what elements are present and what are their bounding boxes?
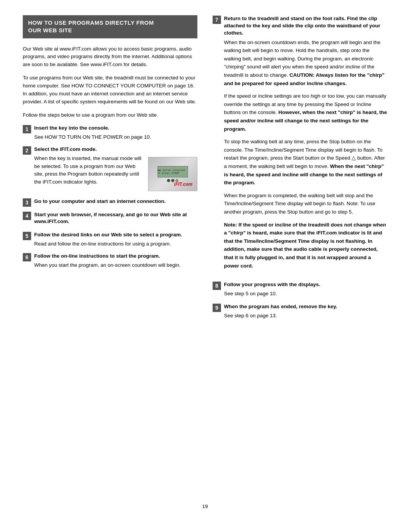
step-6-content: Follow the on-line instructions to start… [34,253,197,269]
step-2-with-image: When the key is inserted, the manual mod… [34,155,197,193]
console-display: ▶▶ pulse interval ⑤ press START [158,166,188,177]
step-3: 3 Go to your computer and start an inter… [23,198,197,207]
step-5: 5 Follow the desired links on our Web si… [23,231,197,248]
section-title: HOW TO USE PROGRAMS DIRECTLY FROM OUR WE… [23,15,197,38]
intro-para1: Our Web site at www.iFIT.com allows you … [23,45,197,69]
step-2-body: When the key is inserted, the manual mod… [34,155,144,187]
step-7: 7 Return to the treadmill and stand on t… [213,15,387,276]
step-9-number: 9 [213,304,221,312]
step-4-number: 4 [23,212,31,220]
step-9-content: When the program has ended, remove the k… [224,303,387,320]
step-6-body: When you start the program, an on-screen… [34,261,197,269]
step-5-content: Follow the desired links on our Web site… [34,231,197,248]
step-7-section: When the on-screen countdown ends, the p… [224,38,387,270]
intro-para2: To use programs from our Web site, the t… [23,74,197,106]
step-6: 6 Follow the on-line instructions to sta… [23,253,197,269]
step-4-content: Start your web browser, if necessary, an… [34,211,197,227]
left-column: HOW TO USE PROGRAMS DIRECTLY FROM OUR WE… [23,15,197,492]
step-7-para1: When the on-screen countdown ends, the p… [224,38,387,88]
step-7-number: 7 [213,16,221,24]
step-3-content: Go to your computer and start an interne… [34,198,197,207]
step-8-content: Follow your progress with the displays. … [224,281,387,298]
step-9: 9 When the program has ended, remove the… [213,303,387,320]
step-6-number: 6 [23,253,31,261]
step-2: 2 Select the iFIT.com mode. When the key… [23,146,197,193]
step-3-number: 3 [23,198,31,207]
step-1-body: See HOW TO TURN ON THE POWER on page 10. [34,133,197,141]
step-3-title: Go to your computer and start an interne… [34,198,197,205]
step-1: 1 Insert the key into the console. See H… [23,125,197,141]
step-8-number: 8 [213,282,221,290]
step-5-title: Follow the desired links on our Web site… [34,231,197,239]
title-line2: OUR WEB SITE [28,27,72,33]
step-7-content: Return to the treadmill and stand on the… [224,15,387,276]
step-7-para2: If the speed or incline settings are too… [224,92,387,133]
step-4-title: Start your web browser, if necessary, an… [34,211,197,226]
step-2-content: Select the iFIT.com mode. When the key i… [34,146,197,193]
step-5-body: Read and follow the on-line instructions… [34,240,197,248]
title-line1: HOW TO USE PROGRAMS DIRECTLY FROM [28,19,154,26]
step-8-title: Follow your progress with the displays. [224,281,387,288]
step-8: 8 Follow your progress with the displays… [213,281,387,298]
right-column: 7 Return to the treadmill and stand on t… [213,15,387,492]
step-4: 4 Start your web browser, if necessary, … [23,211,197,227]
step-7-note: Note: If the speed or incline of the tre… [224,221,387,270]
step-1-content: Insert the key into the console. See HOW… [34,125,197,141]
step-7-para3: To stop the walking belt at any time, pr… [224,138,387,187]
intro-para3: Follow the steps below to use a program … [23,111,197,119]
step-9-body: See step 6 on page 13. [224,312,387,320]
step-9-title: When the program has ended, remove the k… [224,303,387,310]
step-8-body: See step 5 on page 10. [224,290,387,298]
page-number: 19 [23,504,387,509]
step-2-text: When the key is inserted, the manual mod… [34,155,144,193]
step-1-title: Insert the key into the console. [34,125,197,132]
step-5-number: 5 [23,232,31,240]
console-image: ▶▶ pulse interval ⑤ press START iFIT.com [148,157,197,191]
step-2-number: 2 [23,146,31,155]
step-7-title: Return to the treadmill and stand on the… [224,15,387,37]
step-7-para4: When the program is completed, the walki… [224,192,387,216]
ifit-logo: iFIT.com [174,182,192,187]
step-1-number: 1 [23,125,31,133]
page: HOW TO USE PROGRAMS DIRECTLY FROM OUR WE… [0,0,410,532]
step-2-title: Select the iFIT.com mode. [34,146,197,153]
step-6-title: Follow the on-line instructions to start… [34,253,197,260]
